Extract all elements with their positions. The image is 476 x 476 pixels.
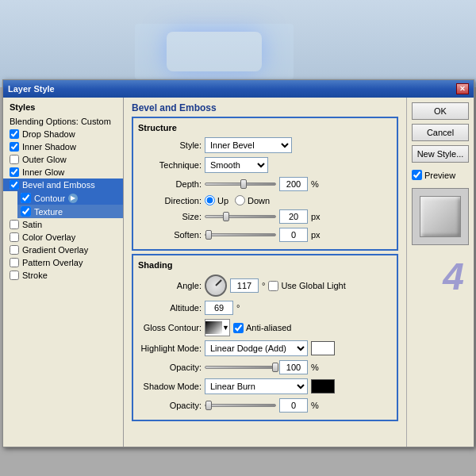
bevel-emboss-item[interactable]: Bevel and Emboss [3, 178, 123, 191]
section-title: Bevel and Emboss [132, 102, 398, 113]
angle-unit: ° [262, 281, 265, 290]
global-light-checkbox[interactable] [268, 281, 278, 291]
anti-aliased-text: Anti-aliased [246, 323, 291, 332]
highlight-opacity-slider-thumb[interactable] [272, 363, 278, 372]
shadow-opacity-row: Opacity: 0 % [138, 398, 392, 413]
highlight-mode-dropdown[interactable]: Linear Dodge (Add) Normal Screen [205, 340, 308, 356]
direction-up-radio[interactable] [205, 195, 215, 205]
pattern-overlay-checkbox[interactable] [10, 258, 19, 267]
contour-checkbox[interactable] [21, 193, 31, 203]
satin-checkbox[interactable] [10, 220, 19, 229]
main-content: Bevel and Emboss Structure Style: Inner … [124, 98, 406, 447]
shading-section: Shading Angle: 117 ° Use Global Light [132, 254, 398, 421]
inner-glow-checkbox[interactable] [10, 167, 19, 177]
pattern-overlay-label: Pattern Overlay [22, 258, 83, 267]
styles-panel: Styles Blending Options: Custom Drop Sha… [3, 98, 124, 447]
altitude-input[interactable]: 69 [205, 301, 233, 315]
shadow-opacity-slider-thumb[interactable] [205, 401, 212, 410]
size-control: 20 px [205, 209, 392, 224]
highlight-mode-control: Linear Dodge (Add) Normal Screen [205, 340, 392, 356]
highlight-mode-row: Highlight Mode: Linear Dodge (Add) Norma… [138, 340, 392, 356]
decorative-area: 4 [412, 252, 469, 300]
depth-row: Depth: 200 % [138, 177, 392, 191]
ok-button[interactable]: OK [412, 102, 469, 120]
texture-checkbox[interactable] [21, 206, 31, 217]
highlight-opacity-input[interactable]: 100 [279, 360, 308, 374]
shadow-mode-row: Shadow Mode: Linear Burn Normal Multiply [138, 378, 392, 394]
direction-down-label[interactable]: Down [235, 195, 270, 205]
soften-input[interactable]: 0 [279, 228, 308, 242]
style-control: Inner Bevel Outer Bevel Emboss Pillow Em… [205, 137, 392, 153]
inner-shadow-item[interactable]: Inner Shadow [3, 140, 123, 153]
drop-shadow-item[interactable]: Drop Shadow [3, 128, 123, 140]
stroke-item[interactable]: Stroke [3, 269, 123, 282]
highlight-opacity-unit: % [311, 363, 319, 372]
inner-glow-label: Inner Glow [22, 167, 64, 177]
shadow-opacity-input[interactable]: 0 [279, 398, 308, 413]
depth-input[interactable]: 200 [279, 177, 308, 191]
blending-options-item[interactable]: Blending Options: Custom [3, 115, 123, 128]
outer-glow-checkbox[interactable] [10, 155, 19, 164]
preview-inner-box [420, 196, 461, 237]
preview-label[interactable]: Preview [412, 170, 469, 180]
highlight-color-swatch[interactable] [311, 341, 335, 355]
dialog-title: Layer Style [8, 84, 55, 94]
gradient-overlay-checkbox[interactable] [10, 245, 19, 255]
soften-slider-track[interactable] [205, 233, 276, 236]
size-slider-thumb[interactable] [223, 212, 229, 221]
highlight-opacity-slider-track[interactable] [205, 366, 276, 369]
style-dropdown[interactable]: Inner Bevel Outer Bevel Emboss Pillow Em… [205, 137, 292, 153]
color-overlay-checkbox[interactable] [10, 232, 19, 242]
new-style-button[interactable]: New Style... [412, 145, 469, 163]
depth-slider-thumb[interactable] [240, 179, 247, 189]
global-light-text: Use Global Light [281, 281, 345, 290]
size-input[interactable]: 20 [279, 209, 308, 224]
altitude-unit: ° [236, 303, 240, 313]
preview-checkbox[interactable] [412, 170, 422, 180]
direction-up-label[interactable]: Up [205, 195, 228, 205]
shadow-color-swatch[interactable] [311, 379, 335, 393]
preview-text: Preview [424, 171, 455, 180]
size-row: Size: 20 px [138, 209, 392, 224]
shadow-opacity-slider-track[interactable] [205, 404, 276, 407]
styles-header: Styles [3, 101, 123, 115]
inner-shadow-checkbox[interactable] [10, 142, 19, 152]
depth-slider-track[interactable] [205, 182, 276, 186]
gloss-contour-preview-image [205, 321, 222, 334]
angle-line-indicator [215, 279, 221, 286]
global-light-label[interactable]: Use Global Light [268, 281, 345, 291]
drop-shadow-checkbox[interactable] [10, 129, 19, 139]
gloss-contour-preview-box[interactable]: ▼ [205, 319, 230, 336]
technique-dropdown[interactable]: Smooth Chisel Hard Chisel Soft [205, 157, 268, 173]
soften-slider-thumb[interactable] [205, 230, 212, 240]
angle-control: 117 ° Use Global Light [205, 274, 392, 297]
bevel-emboss-label: Bevel and Emboss [22, 180, 95, 190]
bevel-emboss-checkbox[interactable] [10, 180, 19, 190]
pattern-overlay-item[interactable]: Pattern Overlay [3, 256, 123, 269]
anti-aliased-label[interactable]: Anti-aliased [233, 323, 291, 333]
angle-dial[interactable] [205, 274, 227, 297]
stroke-checkbox[interactable] [10, 271, 19, 280]
angle-row: Angle: 117 ° Use Global Light [138, 274, 392, 297]
close-button[interactable]: ✕ [456, 83, 469, 94]
angle-input[interactable]: 117 [230, 278, 259, 293]
size-slider-track[interactable] [205, 215, 276, 218]
inner-glow-item[interactable]: Inner Glow [3, 166, 123, 178]
gloss-contour-row: Gloss Contour: ▼ Anti-aliased [138, 319, 392, 336]
outer-glow-item[interactable]: Outer Glow [3, 153, 123, 166]
gloss-contour-arrow: ▼ [222, 324, 229, 332]
satin-item[interactable]: Satin [3, 218, 123, 231]
drop-shadow-label: Drop Shadow [22, 129, 75, 139]
anti-aliased-checkbox[interactable] [233, 323, 244, 333]
shadow-mode-dropdown[interactable]: Linear Burn Normal Multiply [205, 378, 308, 394]
direction-down-radio[interactable] [235, 195, 245, 205]
color-overlay-item[interactable]: Color Overlay [3, 231, 123, 244]
style-label: Style: [138, 140, 202, 150]
gradient-overlay-item[interactable]: Gradient Overlay [3, 244, 123, 256]
shadow-opacity-label: Opacity: [138, 401, 202, 410]
cancel-button[interactable]: Cancel [412, 124, 469, 141]
depth-label: Depth: [138, 179, 202, 189]
technique-control: Smooth Chisel Hard Chisel Soft [205, 157, 392, 173]
contour-item[interactable]: Contour ▶ [17, 191, 123, 205]
texture-item[interactable]: Texture [17, 205, 123, 218]
